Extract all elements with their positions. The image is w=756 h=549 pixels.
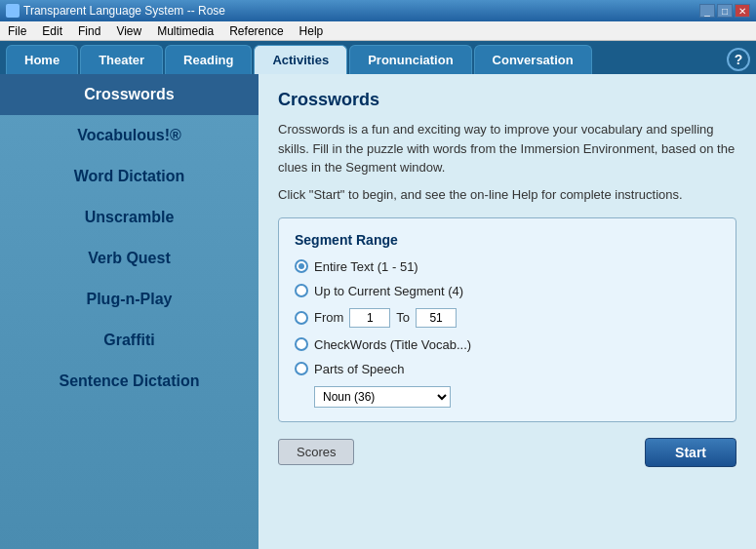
window-controls: _ □ ✕ [699,4,750,18]
window-title: Transparent Language System -- Rose [23,4,225,18]
sidebar-item-plug-n-play[interactable]: Plug-n-Play [0,279,259,320]
tab-home[interactable]: Home [6,45,78,74]
sidebar-item-crosswords[interactable]: Crosswords [0,74,259,115]
sidebar-item-graffiti[interactable]: Graffiti [0,320,259,361]
menu-multimedia[interactable]: Multimedia [153,23,218,39]
nav-bar: Home Theater Reading Activities Pronunci… [0,41,756,74]
checkwords-label: CheckWords (Title Vocab...) [314,337,471,352]
radio-up-to-current[interactable] [295,284,308,297]
radio-checkwords[interactable] [295,337,308,351]
sidebar-item-unscramble[interactable]: Unscramble [0,197,259,238]
main-area: Crosswords Vocabulous!® Word Dictation U… [0,74,756,549]
sidebar-item-verb-quest[interactable]: Verb Quest [0,238,259,279]
option-parts-of-speech[interactable]: Parts of Speech [295,362,720,376]
entire-text-label: Entire Text (1 - 51) [314,259,418,274]
radio-from-to[interactable] [295,311,308,325]
menu-find[interactable]: Find [74,23,104,39]
noun-dropdown-row: Noun (36) Verb Adjective Adverb [314,386,720,408]
menu-file[interactable]: File [4,23,30,39]
menu-bar: File Edit Find View Multimedia Reference… [0,21,756,41]
up-to-current-label: Up to Current Segment (4) [314,284,463,298]
segment-range-box: Segment Range Entire Text (1 - 51) Up to… [278,217,736,422]
minimize-button[interactable]: _ [699,4,715,18]
bottom-bar: Scores Start [278,438,736,467]
tab-conversation[interactable]: Conversation [474,45,592,74]
tab-reading[interactable]: Reading [165,45,252,74]
to-input[interactable]: 51 [416,308,457,328]
content-title: Crosswords [278,90,736,110]
noun-select[interactable]: Noun (36) Verb Adjective Adverb [314,386,451,408]
option-entire-text[interactable]: Entire Text (1 - 51) [295,259,720,274]
menu-edit[interactable]: Edit [38,23,66,39]
menu-reference[interactable]: Reference [225,23,287,39]
content-area: Crosswords Crosswords is a fun and excit… [259,74,756,549]
scores-button[interactable]: Scores [278,439,354,465]
radio-entire-text[interactable] [295,259,308,273]
menu-help[interactable]: Help [296,23,328,39]
content-instruction: Click "Start" to begin, and see the on-l… [278,187,736,202]
title-bar: Transparent Language System -- Rose _ □ … [0,0,756,21]
from-input[interactable]: 1 [349,308,390,328]
help-button[interactable]: ? [727,48,750,71]
sidebar-item-word-dictation[interactable]: Word Dictation [0,156,259,197]
app-icon [6,4,20,18]
parts-of-speech-label: Parts of Speech [314,362,405,376]
tab-pronunciation[interactable]: Pronunciation [349,45,471,74]
option-from-to[interactable]: From 1 To 51 [295,308,720,328]
sidebar-item-sentence-dictation[interactable]: Sentence Dictation [0,361,259,402]
from-label: From [314,310,343,325]
tab-activities[interactable]: Activities [254,45,347,74]
content-description: Crosswords is a fun and exciting way to … [278,120,736,177]
segment-range-title: Segment Range [295,232,720,248]
start-button[interactable]: Start [645,438,736,467]
sidebar-item-vocabulous[interactable]: Vocabulous!® [0,115,259,156]
option-up-to-current[interactable]: Up to Current Segment (4) [295,284,720,298]
tab-theater[interactable]: Theater [80,45,163,74]
menu-view[interactable]: View [112,23,145,39]
to-label: To [396,310,410,325]
option-checkwords[interactable]: CheckWords (Title Vocab...) [295,337,720,352]
maximize-button[interactable]: □ [717,4,733,18]
radio-parts-of-speech[interactable] [295,362,308,375]
close-button[interactable]: ✕ [735,4,750,18]
sidebar: Crosswords Vocabulous!® Word Dictation U… [0,74,259,549]
